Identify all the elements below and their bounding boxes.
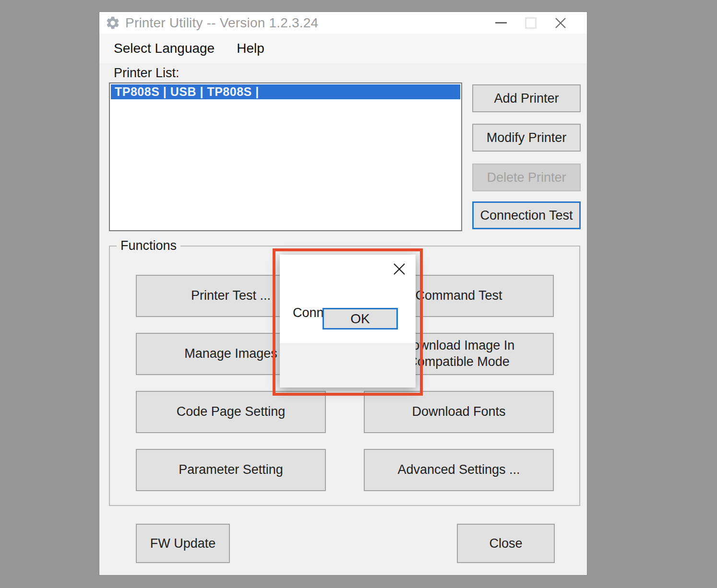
download-fonts-button[interactable]: Download Fonts [364, 391, 554, 433]
functions-group-label: Functions [117, 238, 180, 253]
window-title: Printer Utility -- Version 1.2.3.24 [125, 15, 318, 31]
maximize-icon [525, 17, 537, 29]
advanced-settings-button[interactable]: Advanced Settings ... [364, 449, 554, 491]
connection-test-button[interactable]: Connection Test [472, 201, 581, 229]
menubar: Select Language Help [99, 34, 587, 63]
minimize-icon [495, 22, 507, 24]
close-window-button[interactable] [546, 12, 575, 34]
maximize-button[interactable] [516, 12, 546, 34]
desktop: { "colors": { "desktop_bg": "#969696", "… [0, 0, 717, 588]
menu-help[interactable]: Help [237, 34, 264, 63]
add-printer-button[interactable]: Add Printer [472, 84, 581, 112]
connect-success-dialog: Connect success! OK [280, 255, 416, 388]
parameter-setting-button[interactable]: Parameter Setting [136, 449, 326, 491]
modify-printer-button[interactable]: Modify Printer [472, 124, 581, 152]
dialog-footer: OK [280, 343, 416, 388]
minimize-button[interactable] [486, 12, 516, 34]
ok-button[interactable]: OK [323, 308, 398, 329]
fw-update-button[interactable]: FW Update [136, 524, 230, 563]
close-button[interactable]: Close [457, 524, 555, 563]
printer-list-label: Printer List: [114, 66, 179, 81]
delete-printer-button: Delete Printer [472, 164, 581, 191]
gear-icon [105, 15, 120, 31]
printer-listbox[interactable]: TP808S | USB | TP808S | [109, 82, 462, 231]
titlebar: Printer Utility -- Version 1.2.3.24 [99, 12, 587, 34]
close-icon [392, 262, 406, 276]
printer-list-item-selected[interactable]: TP808S | USB | TP808S | [111, 84, 460, 99]
code-page-setting-button[interactable]: Code Page Setting [136, 391, 326, 433]
dialog-close-button[interactable] [390, 259, 409, 279]
close-icon [554, 16, 567, 30]
menu-select-language[interactable]: Select Language [114, 34, 215, 63]
